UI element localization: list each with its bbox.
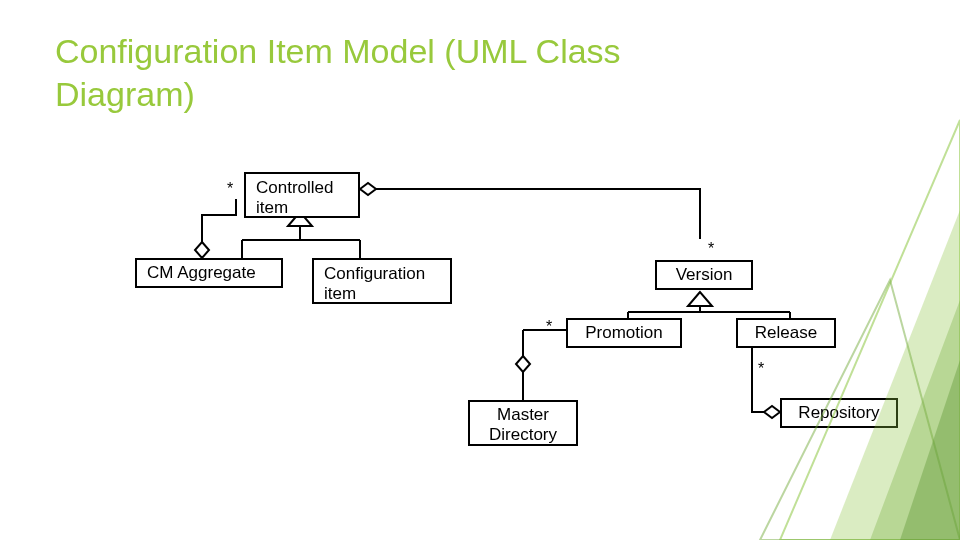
svg-marker-5: [764, 406, 780, 418]
class-repository: Repository: [780, 398, 898, 428]
diagram-stage: Controlled item CM Aggregate Configurati…: [0, 0, 960, 540]
svg-marker-1: [360, 183, 376, 195]
class-cm-aggregate: CM Aggregate: [135, 258, 283, 288]
multiplicity-controlled-left: *: [227, 180, 233, 198]
multiplicity-version-top: *: [708, 240, 714, 258]
svg-marker-3: [688, 292, 712, 306]
class-controlled-item: Controlled item: [244, 172, 360, 218]
multiplicity-release-bottom: *: [758, 360, 764, 378]
class-promotion: Promotion: [566, 318, 682, 348]
svg-marker-6: [830, 210, 960, 540]
svg-marker-4: [516, 356, 530, 372]
svg-marker-10: [900, 360, 960, 540]
class-release: Release: [736, 318, 836, 348]
svg-marker-0: [195, 242, 209, 258]
class-version: Version: [655, 260, 753, 290]
class-master-directory: Master Directory: [468, 400, 578, 446]
class-configuration-item: Configuration item: [312, 258, 452, 304]
multiplicity-promotion-left: *: [546, 318, 552, 336]
